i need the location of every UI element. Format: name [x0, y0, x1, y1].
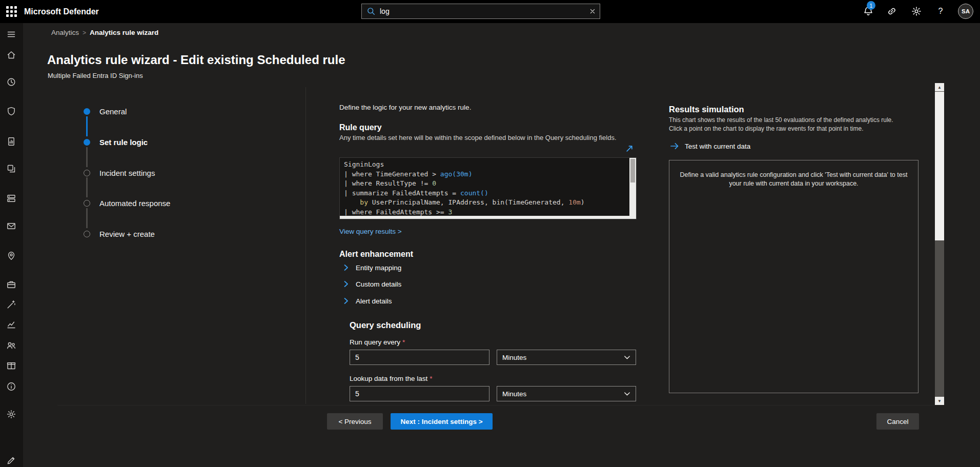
page-subtitle: Multiple Failed Entra ID Sign-ins — [48, 72, 143, 79]
info-icon — [6, 381, 16, 392]
step-connector — [86, 147, 88, 167]
nav-edit-button[interactable] — [6, 455, 16, 465]
run-query-every-input[interactable] — [350, 350, 489, 365]
link-icon — [886, 6, 897, 17]
results-simulation-desc-2: Click a point on the chart to display th… — [669, 125, 864, 132]
step-label: Automated response — [99, 199, 170, 208]
wizard-step-general[interactable]: General — [84, 106, 127, 117]
scroll-down-icon[interactable]: ▼ — [935, 397, 944, 405]
editor-horizontal-scrollbar[interactable] — [340, 216, 636, 219]
server-icon — [6, 193, 16, 204]
expand-query-button[interactable] — [623, 143, 636, 155]
top-bar: Microsoft Defender 1 ? SA — [0, 0, 980, 23]
step-label: General — [99, 107, 127, 116]
app-launcher-button[interactable] — [3, 3, 20, 20]
editor-vertical-scrollbar[interactable] — [629, 158, 636, 216]
nav-collections-button[interactable] — [6, 164, 16, 174]
step-connector-active — [86, 116, 88, 136]
accordion-label: Entity mapping — [356, 264, 401, 272]
results-simulation-heading: Results simulation — [669, 105, 744, 114]
package-icon — [6, 360, 16, 371]
page-title: Analytics rule wizard - Edit existing Sc… — [47, 53, 345, 67]
left-nav-rail — [0, 23, 23, 467]
dropdown-value: Minutes — [502, 354, 526, 361]
step-circle-empty — [84, 200, 90, 207]
home-icon — [6, 50, 16, 60]
shield-icon — [6, 106, 16, 116]
query-code-editor[interactable]: SigninLogs| where TimeGenerated > ago(30… — [339, 157, 637, 219]
nav-menu-button[interactable] — [6, 29, 16, 39]
breadcrumb: Analytics > Analytics rule wizard — [51, 29, 158, 36]
nav-home-button[interactable] — [6, 50, 16, 60]
settings-button[interactable] — [909, 4, 924, 19]
nav-identities-button[interactable] — [6, 340, 16, 351]
scrollbar-thumb[interactable] — [935, 92, 944, 240]
wizard-step-set-rule-logic[interactable]: Set rule logic — [84, 136, 148, 148]
editor-scrollbar-thumb[interactable] — [630, 159, 635, 182]
nav-history-button[interactable] — [6, 77, 16, 87]
nav-email-button[interactable] — [6, 221, 16, 231]
accordion-custom-details[interactable]: Custom details — [342, 279, 401, 289]
query-code: SigninLogs| where TimeGenerated > ago(30… — [344, 160, 626, 217]
wizard-step-automated-response[interactable]: Automated response — [84, 197, 170, 209]
nav-catalog-button[interactable] — [6, 360, 16, 371]
previous-button[interactable]: < Previous — [327, 413, 383, 430]
accordion-label: Alert details — [356, 297, 392, 305]
step-circle-empty — [84, 170, 90, 176]
required-asterisk: * — [430, 375, 432, 382]
copy-pages-icon — [6, 164, 16, 174]
dropdown-value: Minutes — [502, 390, 526, 398]
step-label-current: Set rule logic — [99, 138, 148, 147]
results-simulation-desc-1: This chart shows the results of the last… — [669, 116, 893, 124]
history-clock-icon — [6, 77, 16, 87]
run-query-every-unit-dropdown[interactable]: Minutes — [497, 350, 636, 365]
search-input[interactable] — [380, 7, 585, 15]
nav-analytics-button[interactable] — [6, 319, 16, 330]
wizard-step-incident-settings[interactable]: Incident settings — [84, 167, 155, 178]
global-search[interactable] — [361, 4, 600, 19]
briefcase-icon — [6, 279, 16, 290]
lookup-data-input[interactable] — [350, 386, 489, 401]
breadcrumb-analytics-link[interactable]: Analytics — [51, 29, 79, 36]
close-icon[interactable] — [585, 4, 600, 18]
content-scrollbar[interactable]: ▲ ▼ — [935, 83, 944, 405]
next-button[interactable]: Next : Incident settings > — [391, 413, 493, 430]
help-button[interactable]: ? — [933, 4, 948, 19]
test-with-current-data-button[interactable]: Test with current data — [669, 141, 750, 151]
step-label: Review + create — [99, 230, 155, 238]
chevron-down-icon — [623, 354, 631, 361]
scroll-up-icon[interactable]: ▲ — [935, 83, 944, 91]
view-query-results-link[interactable]: View query results > — [339, 228, 402, 235]
nav-settings-button[interactable] — [6, 409, 16, 419]
nav-assets-button[interactable] — [6, 279, 16, 290]
step-connector — [86, 208, 88, 228]
nav-info-button[interactable] — [6, 381, 16, 392]
nav-security-button[interactable] — [6, 106, 16, 116]
cancel-button[interactable]: Cancel — [876, 413, 919, 430]
simulation-placeholder-text: Define a valid analytics rule configurat… — [679, 171, 909, 188]
resources-button[interactable] — [884, 4, 900, 19]
nav-remediation-button[interactable] — [6, 299, 16, 310]
wizard-step-review-create[interactable]: Review + create — [84, 228, 155, 239]
accordion-entity-mapping[interactable]: Entity mapping — [342, 262, 401, 273]
accordion-alert-details[interactable]: Alert details — [342, 296, 392, 306]
lookup-data-label: Lookup data from the last* — [350, 375, 433, 382]
nav-infrastructure-button[interactable] — [6, 193, 16, 204]
hamburger-menu-icon — [6, 29, 16, 39]
avatar[interactable]: SA — [958, 4, 973, 19]
wand-icon — [6, 299, 16, 310]
query-scheduling-heading: Query scheduling — [350, 320, 421, 330]
chevron-right-icon — [342, 297, 350, 305]
chevron-right-icon — [342, 280, 350, 288]
nav-reports-button[interactable] — [6, 136, 16, 147]
footer-divider — [57, 405, 935, 405]
map-pin-icon — [6, 251, 16, 261]
run-query-every-label: Run query every* — [350, 338, 405, 346]
step-circle-filled — [84, 108, 90, 115]
lookup-data-unit-dropdown[interactable]: Minutes — [497, 386, 636, 401]
line-chart-icon — [6, 319, 16, 330]
app-title: Microsoft Defender — [24, 0, 99, 23]
chevron-right-icon — [342, 263, 350, 272]
nav-locations-button[interactable] — [6, 251, 16, 261]
required-asterisk: * — [402, 338, 405, 346]
